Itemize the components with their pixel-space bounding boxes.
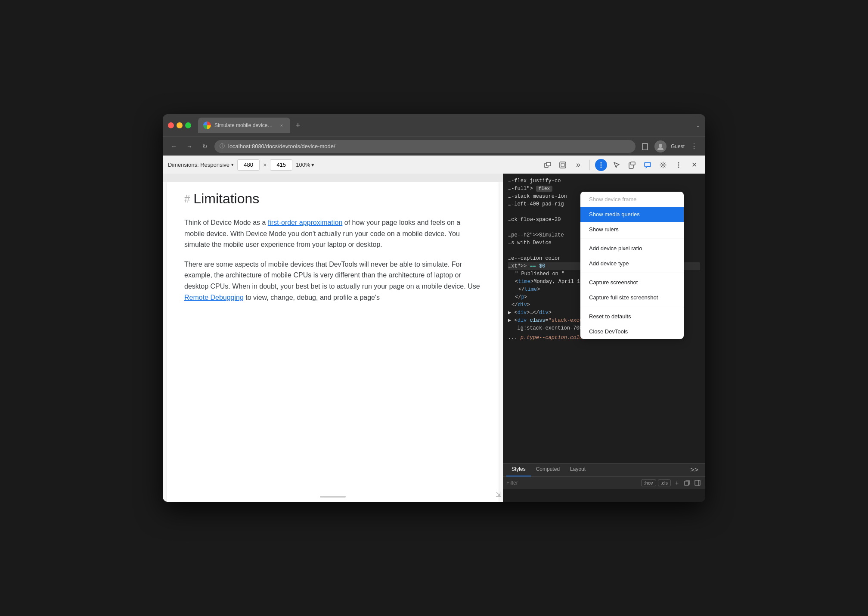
svg-rect-16	[685, 481, 688, 485]
svg-rect-11	[645, 162, 651, 167]
add-style-rule[interactable]: +	[673, 479, 681, 487]
close-button[interactable]	[168, 122, 174, 128]
menu-item-capture-full-size-screenshot[interactable]: Capture full size screenshot	[580, 290, 684, 305]
zoom-fit-button[interactable]	[557, 159, 569, 171]
menu-divider-3	[580, 307, 684, 307]
page-content: # Limitations Think of Device Mode as a …	[167, 182, 499, 502]
maximize-button[interactable]	[185, 122, 191, 128]
remote-debugging-link[interactable]: Remote Debugging	[184, 294, 244, 301]
paragraph-1: Think of Device Mode as a first-order ap…	[184, 217, 481, 250]
url-text: localhost:8080/docs/devtools/device-mode…	[228, 143, 335, 149]
device-toggle-button[interactable]	[626, 159, 638, 171]
svg-rect-3	[546, 162, 551, 166]
account-button[interactable]	[654, 140, 666, 152]
svg-rect-0	[642, 143, 648, 150]
code-line: …-flex justify-co	[508, 177, 700, 185]
menu-item-close-devtools[interactable]: Close DevTools	[580, 324, 684, 339]
svg-rect-10	[631, 162, 635, 165]
menu-item-show-device-frame[interactable]: Show device frame	[580, 192, 684, 207]
refresh-button[interactable]: ↻	[199, 140, 211, 152]
browser-window: Simulate mobile devices with D × + ⌄ ← →…	[163, 114, 705, 502]
filter-input[interactable]	[506, 480, 638, 486]
svg-point-1	[659, 144, 662, 147]
chat-button[interactable]	[642, 159, 654, 171]
dimensions-arrow: ▾	[231, 162, 234, 168]
tab-layout[interactable]: Layout	[565, 464, 591, 476]
svg-point-14	[678, 164, 679, 165]
zoom-arrow: ▾	[311, 162, 314, 168]
svg-point-7	[601, 164, 602, 165]
dimensions-label: Dimensions: Responsive	[168, 162, 229, 168]
ruler	[163, 174, 503, 182]
menu-item-reset-to-defaults[interactable]: Reset to defaults	[580, 309, 684, 324]
first-order-link[interactable]: first-order approximation	[268, 219, 342, 226]
svg-point-12	[662, 164, 664, 166]
tab-close-icon[interactable]: ×	[278, 122, 285, 129]
close-devtools-button[interactable]: ✕	[688, 159, 700, 171]
svg-rect-5	[561, 163, 564, 167]
paragraph-2: There are some aspects of mobile devices…	[184, 259, 481, 303]
toggle-sidebar[interactable]	[693, 479, 702, 487]
styles-tabs-overflow[interactable]: >>	[687, 464, 702, 476]
svg-point-8	[601, 166, 602, 168]
url-bar[interactable]: ⓘ localhost:8080/docs/devtools/device-mo…	[214, 140, 636, 153]
chrome-icon	[203, 121, 211, 129]
scroll-indicator	[320, 496, 346, 498]
heading-hash: #	[184, 193, 190, 205]
dimensions-selector[interactable]: Dimensions: Responsive ▾	[168, 162, 234, 168]
dimension-separator: ×	[263, 162, 267, 168]
page-area: # Limitations Think of Device Mode as a …	[163, 174, 503, 502]
svg-point-13	[678, 162, 679, 163]
traffic-lights	[168, 122, 191, 128]
title-bar: Simulate mobile devices with D × + ⌄	[163, 114, 705, 137]
divider	[589, 160, 590, 170]
rotate-button[interactable]	[541, 159, 553, 171]
bookmark-button[interactable]	[639, 140, 651, 152]
main-content: # Limitations Think of Device Mode as a …	[163, 174, 705, 502]
menu-divider-1	[580, 239, 684, 239]
address-bar: ← → ↻ ⓘ localhost:8080/docs/devtools/dev…	[163, 137, 705, 156]
menu-item-show-media-queries[interactable]: Show media queries	[580, 207, 684, 222]
dropdown-menu: Show device frame Show media queries Sho…	[580, 192, 684, 339]
account-label: Guest	[671, 143, 685, 149]
new-tab-button[interactable]: +	[292, 119, 304, 131]
cls-filter[interactable]: .cls	[658, 479, 671, 486]
menu-item-add-device-type[interactable]: Add device type	[580, 256, 684, 271]
hov-filter[interactable]: :hov	[641, 479, 656, 486]
menu-item-add-device-pixel-ratio[interactable]: Add device pixel ratio	[580, 241, 684, 256]
more-options-button[interactable]	[595, 159, 607, 171]
copy-style[interactable]	[683, 479, 691, 487]
zoom-selector[interactable]: 100% ▾	[296, 162, 314, 168]
devtools-toolbar: Dimensions: Responsive ▾ × 100% ▾ »	[163, 156, 705, 174]
tab-bar-overflow[interactable]: ⌄	[696, 122, 700, 128]
height-input[interactable]	[270, 159, 292, 171]
inspect-button[interactable]	[611, 159, 623, 171]
chrome-menu-button[interactable]: ⋮	[688, 140, 700, 152]
zoom-value: 100%	[296, 162, 310, 168]
filter-badges: :hov .cls +	[641, 479, 702, 487]
styles-panel: Styles Computed Layout >> :hov .cls	[503, 463, 705, 502]
back-button[interactable]: ←	[168, 140, 180, 152]
forward-button[interactable]: →	[183, 140, 195, 152]
svg-point-6	[601, 162, 602, 163]
menu-divider-2	[580, 273, 684, 273]
tab-styles[interactable]: Styles	[506, 464, 531, 476]
tab-bar: Simulate mobile devices with D × + ⌄	[198, 118, 700, 133]
overflow-button[interactable]: »	[572, 159, 584, 171]
minimize-button[interactable]	[177, 122, 183, 128]
resize-handle[interactable]: ⇲	[496, 490, 501, 498]
lock-icon: ⓘ	[220, 143, 225, 150]
tab-computed[interactable]: Computed	[531, 464, 565, 476]
styles-tabs: Styles Computed Layout >>	[503, 464, 705, 477]
menu-item-show-rulers[interactable]: Show rulers	[580, 222, 684, 237]
tab-title: Simulate mobile devices with D	[214, 122, 275, 128]
toolbar-right: Guest ⋮	[639, 140, 700, 152]
svg-point-15	[678, 166, 679, 168]
active-tab[interactable]: Simulate mobile devices with D ×	[198, 118, 290, 133]
page-heading: # Limitations	[184, 191, 481, 207]
svg-rect-4	[560, 162, 566, 168]
settings-button[interactable]	[657, 159, 669, 171]
width-input[interactable]	[237, 159, 260, 171]
kebab-menu-button[interactable]	[673, 159, 685, 171]
menu-item-capture-screenshot[interactable]: Capture screenshot	[580, 275, 684, 290]
